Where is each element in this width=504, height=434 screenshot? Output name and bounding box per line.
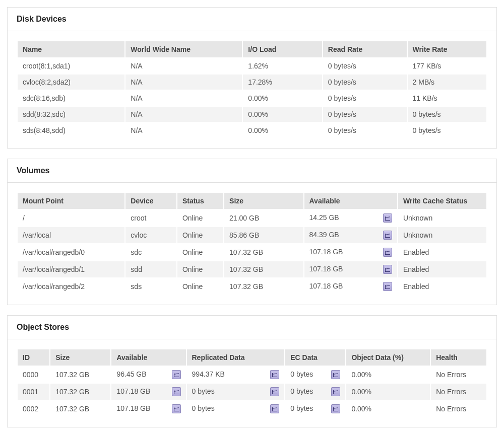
table-row: /var/local/rangedb/1sddOnline107.32 GB10… xyxy=(17,261,487,278)
panel-title: Disk Devices xyxy=(17,15,67,23)
cell-health: No Errors xyxy=(430,400,487,417)
cell-write-cache-value: Unknown xyxy=(403,231,432,239)
cell-write-rate: 0 bytes/s xyxy=(407,106,487,122)
col-wwn[interactable]: World Wide Name xyxy=(125,41,242,58)
volumes-panel: Volumes Mount Point Device Status Size A… xyxy=(7,159,497,305)
cell-write-cache: Unknown xyxy=(398,227,487,244)
col-replicated[interactable]: Replicated Data xyxy=(186,349,285,366)
col-size[interactable]: Size xyxy=(224,192,303,209)
col-mount-point[interactable]: Mount Point xyxy=(17,192,125,209)
col-size[interactable]: Size xyxy=(50,349,111,366)
cell-io-load-value: 0.00% xyxy=(248,126,268,134)
cell-mount-point: /var/local xyxy=(17,227,125,244)
cell-object-data-pct-value: 0.00% xyxy=(351,371,371,379)
cell-write-cache-value: Enabled xyxy=(403,282,429,291)
cell-device: sds xyxy=(125,278,177,295)
cell-object-data-pct: 0.00% xyxy=(346,400,430,417)
cell-io-load: 0.00% xyxy=(242,106,322,122)
cell-available: 107.18 GB xyxy=(304,244,398,261)
cell-mount-point: /var/local/rangedb/1 xyxy=(17,261,125,278)
table-row: 0002107.32 GB107.18 GB0 bytes0 bytes0.00… xyxy=(17,400,487,417)
cell-object-data-pct-value: 0.00% xyxy=(351,388,371,396)
col-device[interactable]: Device xyxy=(125,192,177,209)
cell-write-rate: 2 MB/s xyxy=(407,74,487,90)
col-object-data-pct[interactable]: Object Data (%) xyxy=(346,349,430,366)
col-name[interactable]: Name xyxy=(17,41,125,58)
col-io-load[interactable]: I/O Load xyxy=(242,41,322,58)
cell-name: sds(8:48,sdd) xyxy=(17,122,125,138)
cell-mount-point-value: / xyxy=(23,214,25,222)
cell-write-cache: Enabled xyxy=(398,278,487,295)
chart-icon[interactable] xyxy=(270,387,279,396)
chart-icon[interactable] xyxy=(172,387,181,396)
cell-name: sdc(8:16,sdb) xyxy=(17,90,125,106)
chart-icon[interactable] xyxy=(270,370,279,379)
chart-icon[interactable] xyxy=(383,231,392,240)
volumes-table: Mount Point Device Status Size Available… xyxy=(17,192,487,296)
cell-read-rate: 0 bytes/s xyxy=(323,106,407,122)
chart-icon[interactable] xyxy=(331,404,340,413)
cell-name-value: croot(8:1,sda1) xyxy=(23,62,70,70)
cell-size: 107.32 GB xyxy=(224,261,303,278)
cell-replicated-value: 0 bytes xyxy=(192,404,215,412)
cell-available-value: 107.18 GB xyxy=(309,282,343,290)
cell-health-value: No Errors xyxy=(436,388,466,396)
cell-available-value: 107.18 GB xyxy=(116,387,150,395)
cell-mount-point: /var/local/rangedb/2 xyxy=(17,278,125,295)
cell-replicated-value: 994.37 KB xyxy=(192,370,225,378)
cell-write-cache-value: Enabled xyxy=(403,265,429,273)
col-ec-data[interactable]: EC Data xyxy=(285,349,346,366)
cell-health: No Errors xyxy=(430,366,487,383)
cell-write-cache: Enabled xyxy=(398,261,487,278)
chart-icon[interactable] xyxy=(331,387,340,396)
col-health[interactable]: Health xyxy=(430,349,487,366)
cell-wwn: N/A xyxy=(125,74,242,90)
col-available[interactable]: Available xyxy=(111,349,186,366)
col-write-cache[interactable]: Write Cache Status xyxy=(398,192,487,209)
table-row: /var/local/rangedb/0sdcOnline107.32 GB10… xyxy=(17,244,487,261)
cell-replicated: 0 bytes xyxy=(186,400,285,417)
table-header-row: Name World Wide Name I/O Load Read Rate … xyxy=(17,41,487,58)
chart-icon[interactable] xyxy=(383,265,392,274)
cell-write-rate-value: 0 bytes/s xyxy=(413,110,441,118)
panel-title: Object Stores xyxy=(17,323,69,331)
cell-wwn: N/A xyxy=(125,106,242,122)
chart-icon[interactable] xyxy=(383,248,392,257)
cell-write-rate: 177 KB/s xyxy=(407,58,487,74)
cell-size-value: 85.86 GB xyxy=(229,231,259,239)
cell-name: sdd(8:32,sdc) xyxy=(17,106,125,122)
cell-device-value: sds xyxy=(131,282,142,291)
table-row: /crootOnline21.00 GB14.25 GBUnknown xyxy=(17,209,487,227)
cell-wwn: N/A xyxy=(125,90,242,106)
cell-mount-point: /var/local/rangedb/0 xyxy=(17,244,125,261)
chart-icon[interactable] xyxy=(383,213,392,223)
col-write-rate[interactable]: Write Rate xyxy=(407,41,487,58)
cell-io-load-value: 17.28% xyxy=(248,78,272,86)
chart-icon[interactable] xyxy=(270,404,279,413)
chart-icon[interactable] xyxy=(331,370,340,379)
cell-io-load: 17.28% xyxy=(242,74,322,90)
col-available[interactable]: Available xyxy=(304,192,398,209)
cell-replicated-value: 0 bytes xyxy=(192,387,215,395)
cell-id-value: 0002 xyxy=(23,405,38,413)
cell-io-load: 1.62% xyxy=(242,58,322,74)
cell-wwn-value: N/A xyxy=(131,62,142,70)
cell-size: 107.32 GB xyxy=(50,366,111,383)
disk-devices-table: Name World Wide Name I/O Load Read Rate … xyxy=(17,40,487,139)
cell-size-value: 107.32 GB xyxy=(55,405,89,413)
cell-available-value: 96.45 GB xyxy=(116,370,146,378)
col-id[interactable]: ID xyxy=(17,349,50,366)
cell-name-value: sds(8:48,sdd) xyxy=(23,126,66,134)
cell-write-rate-value: 177 KB/s xyxy=(413,62,442,70)
cell-size-value: 107.32 GB xyxy=(229,248,263,256)
col-status[interactable]: Status xyxy=(177,192,224,209)
cell-id: 0002 xyxy=(17,400,50,417)
chart-icon[interactable] xyxy=(172,370,181,379)
col-read-rate[interactable]: Read Rate xyxy=(323,41,407,58)
chart-icon[interactable] xyxy=(383,282,392,291)
cell-read-rate-value: 0 bytes/s xyxy=(328,62,356,70)
cell-available: 107.18 GB xyxy=(304,261,398,278)
cell-size: 85.86 GB xyxy=(224,227,303,244)
cell-available: 96.45 GB xyxy=(111,366,186,383)
chart-icon[interactable] xyxy=(172,404,181,413)
